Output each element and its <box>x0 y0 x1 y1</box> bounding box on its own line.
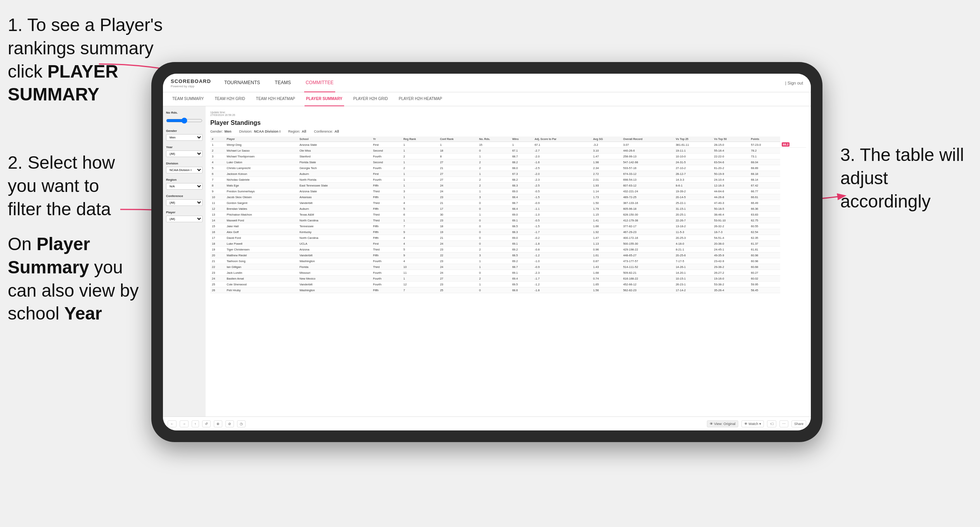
table-cell: 0 <box>478 287 511 293</box>
table-cell: 0 <box>478 206 511 212</box>
table-cell: 10 <box>402 264 438 270</box>
toolbar-export[interactable]: ↑□ <box>767 420 776 427</box>
table-cell: 11-5-3 <box>674 229 713 235</box>
toolbar-more[interactable]: ⋯ <box>779 420 788 427</box>
table-cell: 44-26-8 <box>713 194 750 200</box>
table-cell: 377-82-17 <box>622 223 674 229</box>
sub-nav-player-h2h-heatmap[interactable]: PLAYER H2H HEATMAP <box>397 92 444 106</box>
table-row: 14Maxwell FordNorth CarolinaThird123069.… <box>210 218 806 223</box>
table-cell: 19 <box>210 247 225 252</box>
table-cell: 19-39-2 <box>674 188 713 194</box>
sub-nav-team-h2h-grid[interactable]: TEAM H2H GRID <box>213 92 247 106</box>
table-cell: Brendan Valdes <box>225 206 298 212</box>
table-cell: 11 <box>210 200 225 206</box>
table-cell: Jake Hall <box>225 223 298 229</box>
table-row: 12Brendan ValdesAuburnFifth517068.4-1.11… <box>210 206 806 212</box>
gender-select[interactable]: Men <box>166 134 203 141</box>
table-row: 16Alex GoffKentuckyFifth919068.3-1.71.92… <box>210 229 806 235</box>
table-cell: -1.0 <box>533 258 592 264</box>
toolbar-watch[interactable]: 👁 Watch ▾ <box>741 420 764 427</box>
sidebar-division: Division NCAA Division I <box>166 162 203 173</box>
table-cell: 18 <box>438 148 478 154</box>
table-cell: 1 <box>402 177 438 183</box>
table-row: 24Bastien AmatNew MexicoFourth127269.4-1… <box>210 276 806 282</box>
col-yr: Yr <box>371 137 402 142</box>
table-row: 26Petr HrubyWashingtonFifth725068.6-1.81… <box>210 287 806 293</box>
nav-teams[interactable]: TEAMS <box>273 74 292 92</box>
col-player: Player <box>225 137 298 142</box>
sidebar-filters: No Rds. Gender Men Year (All) Divisio <box>163 106 206 416</box>
table-cell: 1.14 <box>592 188 622 194</box>
table-cell: Fifth <box>371 229 402 235</box>
no-rds-slider[interactable] <box>166 117 203 124</box>
table-cell: 21 <box>438 165 478 171</box>
year-select[interactable]: (All) <box>166 150 203 157</box>
table-cell: Third <box>371 247 402 252</box>
table-cell: 1.43 <box>592 264 622 270</box>
conference-select[interactable]: (All) <box>166 199 203 206</box>
table-cell: 1 <box>402 171 438 177</box>
table-cell: 61.37 <box>750 241 780 247</box>
table-cell: 698-54-13 <box>622 177 674 183</box>
table-cell: 22 <box>438 252 478 258</box>
filter-row: Gender: Men Division: NCAA Division I Re… <box>210 130 806 133</box>
toolbar-view-original[interactable]: 👁 View: Original <box>707 420 738 427</box>
table-cell: -1.1 <box>533 206 592 212</box>
table-cell: 23 <box>438 218 478 223</box>
table-cell: 500-155-30 <box>622 241 674 247</box>
table-cell: 8 <box>438 154 478 159</box>
toolbar-remove[interactable]: ⊘ <box>225 420 234 427</box>
toolbar-add[interactable]: ⊕ <box>214 420 222 427</box>
table-cell: 674-33-12 <box>622 171 674 177</box>
sub-nav-player-summary[interactable]: PLAYER SUMMARY <box>305 92 344 106</box>
table-cell: 5 <box>402 206 438 212</box>
table-cell: 1.50 <box>592 200 622 206</box>
table-cell: 5 <box>402 247 438 252</box>
table-cell: 69.0 <box>511 235 533 241</box>
table-cell: -1.6 <box>533 159 592 165</box>
sign-out[interactable]: | Sign out <box>785 81 803 85</box>
table-cell: 69.2 <box>511 247 533 252</box>
table-cell: UCLA <box>298 241 371 247</box>
sidebar-gender: Gender Men <box>166 129 203 141</box>
region-select[interactable]: N/A <box>166 183 203 190</box>
table-cell: 24-31-5 <box>674 159 713 165</box>
toolbar-refresh[interactable]: ↺ <box>202 420 211 427</box>
table-cell: Michael Thorbjornsen <box>225 154 298 159</box>
player-select[interactable]: (All) <box>166 216 203 222</box>
toolbar-up[interactable]: ↑ <box>192 420 199 427</box>
table-cell: Tennessee <box>298 223 371 229</box>
division-select[interactable]: NCAA Division I <box>166 167 203 173</box>
table-cell: 69.0 <box>511 212 533 218</box>
toolbar-back[interactable]: ← <box>168 420 177 427</box>
table-cell: 69.0 <box>511 188 533 194</box>
table-cell: 616-168-22 <box>622 276 674 282</box>
table-cell: 17 <box>210 235 225 241</box>
table-cell: 4 <box>210 159 225 165</box>
table-cell: -2.0 <box>533 171 592 177</box>
table-cell: 1.93 <box>592 183 622 188</box>
toolbar-share[interactable]: Share <box>791 420 806 427</box>
col-conf-rank: Conf Rank <box>438 137 478 142</box>
table-cell: 14-26-1 <box>674 264 713 270</box>
nav-tournaments[interactable]: TOURNAMENTS <box>223 74 261 92</box>
table-cell: 514-111-52 <box>622 264 674 270</box>
table-cell: 20 <box>210 252 225 258</box>
table-cell: Ian Gilligan <box>225 264 298 270</box>
table-cell: 12 <box>402 282 438 287</box>
table-cell: 14 <box>210 218 225 223</box>
table-cell: 68.3 <box>511 229 533 235</box>
table-cell: 60.98 <box>750 252 780 258</box>
table-cell: 7-17-5 <box>674 258 713 264</box>
table-cell: 605-96-18 <box>622 206 674 212</box>
toolbar-clock[interactable]: ◷ <box>237 420 246 427</box>
sub-nav-player-h2h-grid[interactable]: PLAYER H2H GRID <box>352 92 390 106</box>
sub-nav-team-h2h-heatmap[interactable]: TEAM H2H HEATMAP <box>255 92 297 106</box>
sub-nav-team-summary[interactable]: TEAM SUMMARY <box>171 92 206 106</box>
table-cell: 63.83 <box>750 212 780 218</box>
table-row: 1Wenyi DingArizona StateFirst1115167.1-3… <box>210 142 806 148</box>
nav-committee[interactable]: COMMITTEE <box>304 74 335 92</box>
table-cell: Third <box>371 212 402 218</box>
toolbar-forward[interactable]: → <box>180 420 189 427</box>
table-cell: Fifth <box>371 194 402 200</box>
